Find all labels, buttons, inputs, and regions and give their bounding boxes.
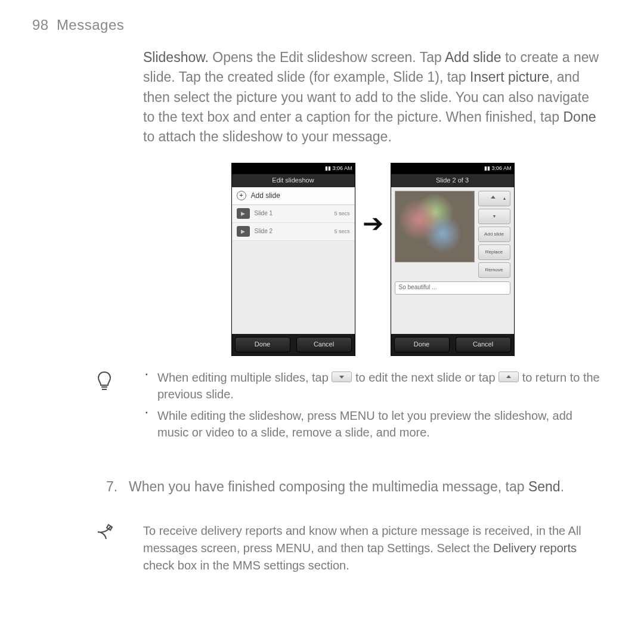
add-slide-button[interactable]: Add slide [478, 227, 510, 242]
replace-button[interactable]: Replace [478, 244, 510, 260]
phone-slide-editor: ▮▮ 3:06 AM Slide 2 of 3 ▴ ▾ Add slide Re… [391, 163, 515, 356]
section-title: Messages [57, 17, 124, 33]
done-button[interactable]: Done [235, 337, 290, 352]
screen-title: Edit slideshow [232, 174, 355, 187]
slide-thumb-icon: ▶ [237, 226, 250, 237]
note-icon [94, 522, 114, 547]
phone-edit-slideshow: ▮▮ 3:06 AM Edit slideshow + Add slide ▶ … [231, 163, 355, 356]
slide-image-preview[interactable] [395, 191, 475, 262]
screen-title: Slide 2 of 3 [391, 174, 514, 187]
tip-2: While editing the slideshow, press MENU … [143, 407, 602, 441]
plus-icon: + [237, 191, 246, 200]
add-slide-row[interactable]: + Add slide [232, 187, 355, 205]
term-slideshow: Slideshow. [143, 49, 209, 65]
step-7: 7. When you have finished composing the … [106, 477, 602, 497]
chevron-up-icon [483, 192, 503, 203]
remove-button[interactable]: Remove [478, 262, 510, 278]
slide-duration: 5 secs [334, 210, 349, 218]
next-slide-button[interactable]: ▾ [478, 209, 510, 224]
slide-name: Slide 2 [255, 227, 273, 236]
slideshow-paragraph: Slideshow. Opens the Edit slideshow scre… [143, 48, 602, 147]
chevron-down-icon [332, 371, 352, 382]
clock: 3:06 AM [332, 165, 352, 172]
term-done: Done [564, 109, 596, 125]
term-send: Send [528, 479, 561, 494]
tips-list: When editing multiple slides, tap to edi… [143, 369, 602, 441]
status-bar: ▮▮ 3:06 AM [232, 163, 355, 174]
step-number: 7. [106, 477, 117, 497]
add-slide-label: Add slide [251, 191, 280, 201]
page-header: 98 Messages [32, 17, 124, 33]
page-number: 98 [32, 17, 49, 33]
slide-name: Slide 1 [255, 209, 273, 218]
caption-input[interactable]: So beautiful ... [395, 281, 510, 295]
term-delivery-reports: Delivery reports [493, 541, 577, 555]
cancel-button[interactable]: Cancel [456, 337, 511, 352]
status-bar: ▮▮ 3:06 AM [391, 163, 514, 174]
prev-slide-button[interactable]: ▴ [478, 191, 510, 206]
term-add-slide: Add slide [445, 49, 501, 65]
cancel-button[interactable]: Cancel [296, 337, 352, 352]
screenshots-row: ▮▮ 3:06 AM Edit slideshow + Add slide ▶ … [143, 163, 602, 356]
slide-row-2[interactable]: ▶ Slide 2 5 secs [232, 223, 355, 241]
done-button[interactable]: Done [394, 337, 450, 352]
slide-thumb-icon: ▶ [237, 208, 250, 219]
slide-duration: 5 secs [334, 228, 349, 236]
chevron-up-icon [499, 371, 519, 382]
signal-icon: ▮▮ [325, 165, 331, 172]
term-insert-picture: Insert picture [470, 69, 549, 85]
lightbulb-icon [95, 370, 113, 399]
slide-row-1[interactable]: ▶ Slide 1 5 secs [232, 205, 355, 223]
tip-1: When editing multiple slides, tap to edi… [143, 369, 602, 402]
note-paragraph: To receive delivery reports and know whe… [143, 522, 602, 574]
clock: 3:06 AM [491, 165, 511, 172]
signal-icon: ▮▮ [484, 165, 490, 172]
caption-text: So beautiful ... [399, 283, 437, 292]
